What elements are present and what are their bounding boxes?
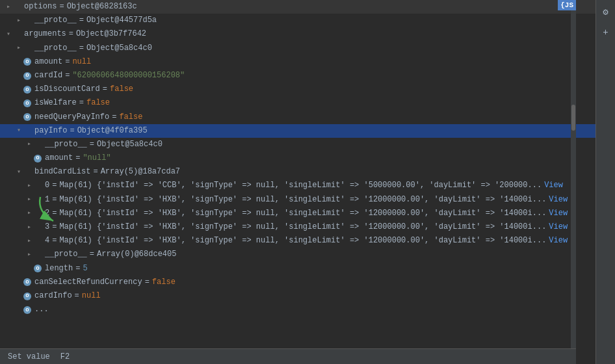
tree-row[interactable]: ocardId="6200606648000000156208" <box>0 69 595 83</box>
equals-sign: = <box>75 263 80 275</box>
tree-value: Map(61) {'instId' => 'HXB', 'signType' =… <box>59 221 546 233</box>
f2-button[interactable]: F2 <box>58 351 72 363</box>
tree-key: needQueryPayInfo <box>34 111 109 124</box>
tree-row[interactable]: 0=Map(61) {'instId' => 'CCB', 'signType'… <box>0 179 595 192</box>
view-link[interactable]: View <box>549 207 568 220</box>
tree-row[interactable]: options=Object@6828163c <box>0 0 595 14</box>
tree-key: length <box>45 263 73 275</box>
tree-key: ... <box>34 304 49 316</box>
tree-arrow[interactable] <box>25 195 34 204</box>
tree-arrow[interactable] <box>4 30 13 39</box>
tree-value: Object@5a8c4c0 <box>97 138 163 151</box>
tree-row[interactable]: o... <box>0 303 595 317</box>
tree-value: Array(0)@68dce405 <box>97 248 176 261</box>
tree-arrow[interactable] <box>25 223 34 232</box>
view-link[interactable]: View <box>544 179 563 192</box>
equals-sign: = <box>70 125 74 137</box>
tree-key: options <box>24 1 57 13</box>
tree-key: payInfo <box>34 125 67 137</box>
tree-key: arguments <box>24 28 66 40</box>
tree-key: __proto__ <box>45 248 87 261</box>
tree-row[interactable]: oamount=null <box>0 55 595 69</box>
view-link[interactable]: View <box>549 221 568 233</box>
prim-icon: o <box>23 86 31 94</box>
tree-key: cardId <box>34 70 62 82</box>
tree-value: "6200606648000000156208" <box>72 70 185 82</box>
view-link[interactable]: View <box>549 235 568 247</box>
tree-value: false <box>110 83 133 96</box>
tree-key: bindCardList <box>34 166 90 178</box>
tree-row[interactable]: oisDiscountCard=false <box>0 83 595 96</box>
equals-sign: = <box>59 1 64 13</box>
equals-sign: = <box>52 207 57 220</box>
equals-sign: = <box>65 70 70 82</box>
tree-row[interactable]: 1=Map(61) {'instId' => 'HXB', 'signType'… <box>0 193 595 207</box>
tree-arrow[interactable] <box>14 126 23 135</box>
tree-value: Map(61) {'instId' => 'HXB', 'signType' =… <box>59 194 546 206</box>
tree-value: null <box>82 290 101 302</box>
tree-value: false <box>119 111 142 124</box>
set-value-button[interactable]: Set value <box>5 351 53 363</box>
tree-arrow[interactable] <box>25 237 34 246</box>
prim-icon: o <box>23 292 31 300</box>
tree-row[interactable]: __proto__=Object@5a8c4c0 <box>0 138 595 151</box>
equals-sign: = <box>112 111 116 124</box>
tree-key: isWelfare <box>34 97 77 109</box>
tree-key: canSelectRefundCurrency <box>34 276 142 289</box>
equals-sign: = <box>103 83 107 96</box>
right-panel: ⚙ + <box>595 0 615 364</box>
tree-value: false <box>86 97 110 109</box>
tree-key: 2 <box>45 207 49 220</box>
plus-button[interactable]: + <box>597 23 615 42</box>
tree-value: Map(61) {'instId' => 'CCB', 'signType' =… <box>59 179 542 192</box>
tree-arrow[interactable] <box>25 209 34 218</box>
equals-sign: = <box>52 235 57 247</box>
tree-value: null <box>72 56 91 68</box>
tree-row[interactable]: bindCardList=Array(5)@18a7cda7 <box>0 165 595 179</box>
tree-key: __proto__ <box>34 42 77 55</box>
tree-value: Object@5a8c4c0 <box>86 42 152 55</box>
equals-sign: = <box>75 152 80 164</box>
tree-key: 3 <box>45 221 49 233</box>
equals-sign: = <box>90 138 94 151</box>
equals-sign: = <box>79 14 84 27</box>
tree-row[interactable]: __proto__=Array(0)@68dce405 <box>0 248 595 261</box>
tree-value: 5 <box>83 263 87 275</box>
tree-arrow[interactable] <box>25 181 34 190</box>
equals-sign: = <box>52 194 57 206</box>
tree-arrow[interactable] <box>4 3 13 12</box>
tree-value: Object@6828163c <box>67 1 137 13</box>
tree-row[interactable]: payInfo=Object@4f0fa395 <box>0 124 595 138</box>
tree-key: isDiscountCard <box>34 83 100 96</box>
tree-row[interactable]: __proto__=Object@5a8c4c0 <box>0 42 595 55</box>
tree-row[interactable]: oneedQueryPayInfo=false <box>0 110 595 124</box>
tree-arrow[interactable] <box>14 16 23 25</box>
tree-arrow[interactable] <box>25 250 34 259</box>
tree-row[interactable]: olength=5 <box>0 262 595 276</box>
tree-row[interactable]: 4=Map(61) {'instId' => 'HXB', 'signType'… <box>0 234 595 248</box>
tree-arrow[interactable] <box>14 44 23 53</box>
tree-value: Array(5)@18a7cda7 <box>101 166 180 178</box>
tree-row[interactable]: ocardInfo=null <box>0 289 595 303</box>
tree-arrow[interactable] <box>25 140 34 149</box>
tree-value: false <box>152 276 176 289</box>
tree-row[interactable]: ocanSelectRefundCurrency=false <box>0 276 595 289</box>
gear-button[interactable]: ⚙ <box>597 3 615 21</box>
tree-row[interactable]: oisWelfare=false <box>0 96 595 110</box>
tree-row[interactable]: __proto__=Object@44577d5a <box>0 14 595 27</box>
tree-key: amount <box>45 152 73 164</box>
js-indicator: {JS <box>558 0 576 10</box>
scrollbar-track[interactable] <box>571 0 576 348</box>
view-link[interactable]: View <box>549 194 568 206</box>
tree-arrow[interactable] <box>14 168 23 177</box>
equals-sign: = <box>65 56 70 68</box>
equals-sign: = <box>93 166 98 178</box>
tree-row[interactable]: 3=Map(61) {'instId' => 'HXB', 'signType'… <box>0 220 595 234</box>
tree-row[interactable]: arguments=Object@3b7f7642 <box>0 27 595 41</box>
tree-row[interactable]: oamount="null" <box>0 151 595 165</box>
scrollbar-thumb[interactable] <box>571 105 575 131</box>
tree-value: "null" <box>83 152 111 164</box>
prim-icon: o <box>34 155 42 162</box>
tree-row[interactable]: 2=Map(61) {'instId' => 'HXB', 'signType'… <box>0 207 595 220</box>
tree-key: 4 <box>45 235 49 247</box>
